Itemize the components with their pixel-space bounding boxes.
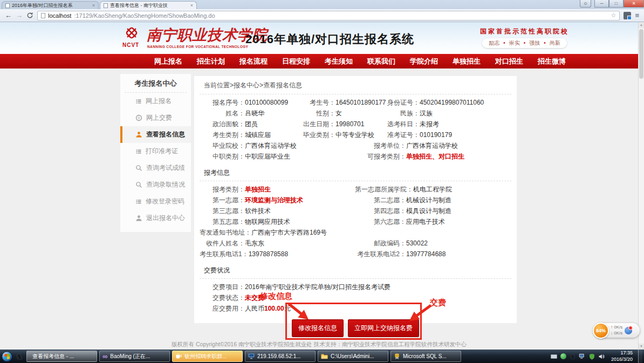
sidebar-item-网上交费[interactable]: 网上交费 [120, 109, 191, 126]
nav-item-日程安排[interactable]: 日程安排 [282, 57, 310, 66]
nav-item-单独招生[interactable]: 单独招生 [453, 57, 481, 66]
maximize-button[interactable]: □ [609, 0, 624, 8]
taskbar-button[interactable]: 钦州招聘求职群... [172, 351, 243, 362]
nav-item-学院介绍[interactable]: 学院介绍 [410, 57, 438, 66]
speedball-percent-ball[interactable]: 84% [593, 323, 609, 339]
clock-date: 2016/3/20 [611, 357, 633, 362]
field-label: 第三志愿： [200, 206, 245, 216]
tab-close-icon[interactable]: × [92, 3, 95, 8]
nav-item-招生微博[interactable]: 招生微博 [538, 57, 566, 66]
nav-item-联系我们[interactable]: 联系我们 [367, 57, 395, 66]
taskbar: ♞ 查看报考信息 - ...∞BaoMing (正在...钦州招聘求职群...2… [0, 350, 644, 363]
browser-tab[interactable]: 2016年单独/对口招生报名系× [2, 1, 99, 9]
sidebar: 考生报名中心 网上报名网上交费查看报名信息打印准考证查询考试成绩查询录取情况修改… [120, 73, 191, 232]
bookmark-star-icon[interactable]: ☆ [611, 12, 616, 19]
back-icon[interactable]: ← [5, 12, 12, 19]
refresh-icon[interactable] [26, 12, 33, 19]
taskbar-button-label: 查看报考信息 - ... [32, 353, 74, 360]
field-row: 第三志愿：软件技术第四志愿：模具设计与制造 [200, 206, 512, 216]
field-row: 姓名：吕晓华性别：女民族：汉族 [200, 108, 512, 119]
field-label: 选考科目： [385, 119, 420, 129]
scroll-down-icon[interactable]: ▼ [639, 344, 644, 350]
taskbar-button[interactable]: 219.159.68.52:1... [245, 351, 316, 362]
minimize-button[interactable]: ─ [594, 0, 609, 8]
page-scrollbar[interactable]: ▲ ▼ [638, 22, 644, 350]
field-value: 010100080099 [245, 97, 288, 108]
sidebar-title: 考生报名中心 [125, 74, 187, 93]
tray-sync-icon[interactable] [560, 353, 566, 359]
modify-registration-button[interactable]: 修改报名信息 [292, 319, 344, 337]
browser-tab[interactable]: 查看报考信息 - 南宁职业技× [100, 1, 197, 9]
nav-item-招生计划[interactable]: 招生计划 [197, 57, 225, 66]
close-button[interactable]: ✕ [624, 0, 644, 8]
sidebar-item-查询考试成绩[interactable]: 查询考试成绩 [120, 160, 191, 176]
nav-item-考生须知[interactable]: 考生须知 [325, 57, 353, 66]
field-value: 16450101890177 [335, 97, 386, 108]
scroll-up-icon[interactable]: ▲ [639, 22, 644, 28]
address-bar[interactable]: localhost :17129/KaoSheng/KaoShengHome/S… [37, 11, 620, 20]
field-cell: 选考科目：未报考 [385, 119, 512, 129]
show-desktop-button[interactable] [638, 350, 642, 363]
sidebar-item-修改登录密码[interactable]: 修改登录密码 [120, 193, 191, 210]
field-cell: 报考单位：广西体育运动学校 [355, 140, 512, 151]
browser-menu-icon[interactable]: ≡ [635, 11, 639, 19]
field-label: 民族： [385, 108, 420, 119]
nav-item-报名流程[interactable]: 报名流程 [239, 57, 268, 66]
sidebar-item-查询录取情况[interactable]: 查询录取情况 [120, 176, 191, 193]
field-label: 第五志愿： [200, 216, 245, 227]
start-button[interactable] [2, 351, 12, 362]
field-cell: 交费状态：未交费 [200, 292, 512, 303]
slogan-word: 励志 [489, 40, 499, 46]
field-cell: 收件人姓名：毛东东 [200, 238, 355, 249]
field-cell: 考生类别：城镇应届 [200, 129, 303, 140]
taskbar-button[interactable]: C:\Users\Admini... [318, 351, 388, 362]
forward-icon[interactable]: → [16, 12, 23, 19]
nav-item-网上报名[interactable]: 网上报名 [154, 57, 182, 66]
field-label: 第二志愿： [355, 195, 406, 206]
taskbar-button[interactable]: 查看报考信息 - ... [26, 351, 97, 362]
system-title: 2016年单独/对口招生报名系统 [245, 31, 414, 47]
pay-online-button[interactable]: 立即网上交纳报名费 [348, 319, 419, 337]
field-value: 单独招生 [245, 184, 271, 195]
extension-icon[interactable] [624, 12, 631, 19]
field-cell: 身份证号：450204199807011060 [385, 97, 512, 108]
search-icon [135, 181, 142, 188]
field-cell: 第一志愿所属学院：机电工程学院 [355, 184, 512, 195]
slogan-dot: • [503, 40, 505, 46]
sidebar-items: 网上报名网上交费查看报名信息打印准考证查询考试成绩查询录取情况修改登录密码退出报… [120, 93, 191, 227]
field-label: 寄发通知书地址： [200, 227, 251, 238]
sidebar-item-查看报名信息[interactable]: 查看报名信息 [120, 126, 191, 143]
scrollbar-thumb[interactable] [639, 29, 643, 79]
list-icon [135, 198, 142, 205]
field-value: 19980701 [335, 119, 364, 129]
field-cell: 毕业院校：广西体育运动学校 [200, 140, 355, 151]
sidebar-item-打印准考证[interactable]: 打印准考证 [120, 143, 191, 160]
taskbar-button[interactable]: Microsoft SQL S... [390, 351, 461, 362]
profile-icon[interactable]: ☺ [580, 0, 591, 8]
tray-safety-icon[interactable] [589, 353, 595, 360]
section-rows: 交费项目：2016年南宁职业技术学院单独/对口招生报名考试费交费状态：未交费应交… [194, 279, 517, 314]
pinned-app-icon[interactable]: ♞ [15, 352, 24, 361]
sidebar-item-网上报名[interactable]: 网上报名 [120, 93, 191, 109]
sidebar-item-退出报名中心[interactable]: 退出报名中心 [120, 210, 191, 227]
field-value: 中职应届毕业生 [245, 151, 290, 162]
field-label: 报考类别： [200, 184, 245, 195]
tray-volume-icon[interactable] [598, 353, 605, 360]
page-icon [104, 3, 108, 8]
speedball-widget[interactable]: 84% ↑ 0K/s ↓ 0K/s [594, 323, 640, 338]
notification-dot-icon[interactable] [625, 327, 632, 334]
taskbar-button[interactable]: ∞BaoMing (正在... [99, 351, 170, 362]
taskbar-clock[interactable]: 17:35 2016/3/20 [611, 350, 633, 362]
field-value: 应用电子技术 [406, 216, 445, 227]
slogan-word: 强技 [529, 40, 540, 46]
field-row: 报考类别：单独招生第一志愿所属学院：机电工程学院 [200, 184, 512, 195]
tray-network-icon[interactable] [579, 353, 586, 359]
tray-keyboard-icon[interactable] [551, 354, 557, 359]
slogan-dot: • [544, 40, 546, 46]
tab-close-icon[interactable]: × [190, 3, 193, 8]
field-value: 广西体育运动学校 [406, 140, 458, 151]
field-row: 报名序号：010100080099考生号：16450101890177身份证号：… [200, 97, 512, 108]
network-stats: ↑ 0K/s ↓ 0K/s [611, 325, 622, 336]
tray-pet-icon[interactable]: ♞ [570, 353, 576, 360]
nav-item-对口招生[interactable]: 对口招生 [495, 57, 523, 66]
